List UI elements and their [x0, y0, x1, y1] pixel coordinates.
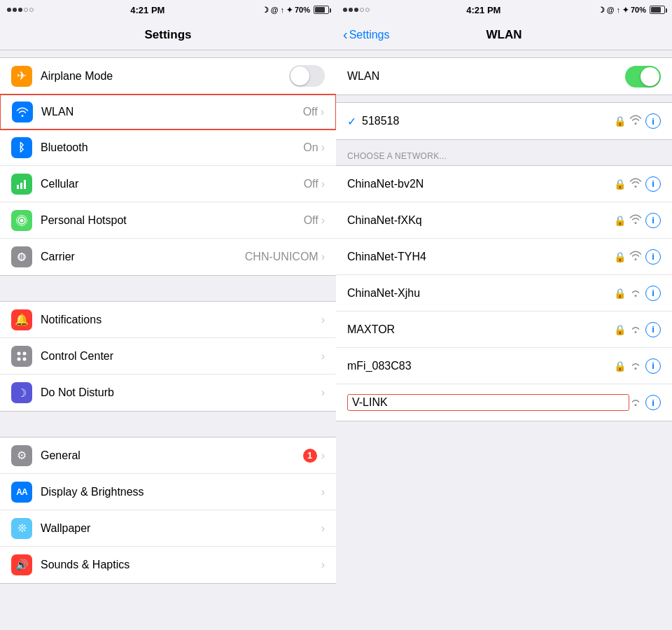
info-icon-connected[interactable]: i: [645, 113, 661, 129]
sounds-row[interactable]: 🔊 Sounds & Haptics ›: [0, 547, 336, 583]
network-row-3[interactable]: ChinaNet-Xjhu 🔒 i: [336, 275, 672, 312]
svg-rect-2: [24, 180, 26, 189]
rdot2: [349, 8, 353, 12]
carrier-row[interactable]: Carrier CHN-UNICOM ›: [0, 239, 336, 275]
lock-icon-2: 🔒: [614, 251, 626, 262]
notifications-label: Notifications: [41, 314, 321, 326]
hotspot-value: Off: [304, 214, 318, 227]
dnd-icon: ☽: [11, 382, 32, 403]
signal-dots-right: [343, 8, 370, 12]
svg-point-11: [18, 357, 21, 360]
network-name-1: ChinaNet-fXKq: [347, 214, 614, 227]
info-icon-5[interactable]: i: [645, 358, 661, 374]
status-time-left: 4:21 PM: [130, 5, 164, 15]
rdot3: [354, 8, 358, 12]
network-row-5[interactable]: mFi_083C83 🔒 i: [336, 348, 672, 384]
location-icon: @: [271, 6, 279, 14]
bluetooth-icon-r: ✦: [622, 6, 629, 15]
svg-point-9: [18, 351, 21, 355]
dot3: [18, 8, 22, 12]
lock-icon-3: 🔒: [614, 288, 626, 299]
wifi-icon-connected: [629, 115, 642, 127]
carrier-value: CHN-UNICOM: [245, 251, 318, 263]
network-name-0: ChinaNet-bv2N: [347, 178, 614, 190]
hotspot-row[interactable]: Personal Hotspot Off ›: [0, 202, 336, 239]
notifications-row[interactable]: 🔔 Notifications ›: [0, 302, 336, 338]
info-icon-6[interactable]: i: [645, 395, 661, 410]
wlan-label: WLAN: [41, 106, 303, 118]
network-name-2: ChinaNet-TYH4: [347, 251, 614, 263]
info-icon-2[interactable]: i: [645, 249, 661, 265]
network-row-6[interactable]: V-LINK i: [336, 384, 672, 421]
settings-list[interactable]: ✈ Airplane Mode WLAN Off › ᛒ: [0, 50, 336, 630]
network-icons-2: 🔒 i: [614, 249, 661, 265]
status-bar-left: 4:21 PM ☽ @ ↑ ✦ 70%: [0, 0, 336, 20]
network-row-1[interactable]: ChinaNet-fXKq 🔒 i: [336, 202, 672, 239]
network-row-0[interactable]: ChinaNet-bv2N 🔒 i: [336, 166, 672, 202]
control-center-icon: [11, 346, 32, 367]
back-chevron-icon: ‹: [343, 27, 348, 41]
moon-icon: ☽: [262, 6, 269, 15]
display-section: ⚙ General 1 › AA Display & Brightness › …: [0, 437, 336, 584]
wlan-scroll[interactable]: WLAN ✓ 518518 🔒: [336, 50, 672, 630]
notifications-chevron: ›: [321, 314, 325, 326]
wlan-nav-bar: ‹ Settings WLAN: [336, 20, 672, 50]
settings-title: Settings: [144, 28, 191, 42]
dnd-row[interactable]: ☽ Do Not Disturb ›: [0, 374, 336, 411]
general-row[interactable]: ⚙ General 1 ›: [0, 438, 336, 474]
airplane-toggle[interactable]: [289, 65, 325, 87]
svg-rect-1: [20, 183, 22, 189]
airplane-label: Airplane Mode: [41, 70, 289, 83]
network-row-2[interactable]: ChinaNet-TYH4 🔒 i: [336, 239, 672, 275]
wifi-icon-4: [629, 323, 642, 336]
display-brightness-row[interactable]: AA Display & Brightness ›: [0, 474, 336, 510]
battery-percent: 70%: [295, 6, 310, 14]
cellular-chevron: ›: [321, 178, 325, 190]
wallpaper-row[interactable]: ❊ Wallpaper ›: [0, 510, 336, 547]
cellular-icon: [11, 174, 32, 195]
svg-point-12: [23, 357, 27, 360]
wifi-icon-2: [629, 251, 642, 263]
network-icons-6: i: [629, 395, 661, 410]
info-icon-3[interactable]: i: [645, 286, 661, 301]
bluetooth-row[interactable]: ᛒ Bluetooth On ›: [0, 130, 336, 166]
rdot5: [365, 8, 370, 12]
control-center-label: Control Center: [41, 350, 321, 363]
connected-network-row[interactable]: ✓ 518518 🔒 i: [336, 103, 672, 139]
info-icon-1[interactable]: i: [645, 213, 661, 228]
connected-network-name: 518518: [362, 115, 614, 127]
wlan-title: WLAN: [486, 28, 522, 42]
signal-dots: [7, 8, 34, 12]
dot5: [29, 8, 34, 12]
wlan-toggle-row[interactable]: WLAN: [336, 58, 672, 94]
wlan-row[interactable]: WLAN Off ›: [0, 94, 336, 130]
connected-network-icons: 🔒 i: [614, 113, 661, 129]
network-icons-5: 🔒 i: [614, 358, 661, 374]
info-icon-4[interactable]: i: [645, 322, 661, 337]
status-icons-left: ☽ @ ↑ ✦ 70%: [262, 6, 329, 15]
info-icon-0[interactable]: i: [645, 176, 661, 192]
carrier-label: Carrier: [41, 251, 245, 263]
control-center-row[interactable]: Control Center ›: [0, 338, 336, 374]
location-icon-r: @: [607, 6, 615, 14]
wlan-main-toggle[interactable]: [625, 66, 661, 88]
back-button[interactable]: ‹ Settings: [343, 28, 389, 41]
checkmark-icon: ✓: [347, 115, 356, 128]
wifi-icon-3: [629, 287, 642, 300]
display-chevron: ›: [321, 486, 325, 498]
network-icons-4: 🔒 i: [614, 322, 661, 337]
connected-network-group: ✓ 518518 🔒 i: [336, 102, 672, 140]
status-icons-right: ☽ @ ↑ ✦ 70%: [598, 6, 665, 15]
wifi-icon-0: [629, 178, 642, 190]
gap2: [0, 412, 336, 437]
wlan-toggle-group: WLAN: [336, 57, 672, 95]
airplane-icon: ✈: [11, 66, 32, 87]
lock-icon-5: 🔒: [614, 360, 626, 372]
network-icons-1: 🔒 i: [614, 213, 661, 228]
wlan-toggle-label: WLAN: [347, 70, 625, 83]
cellular-row[interactable]: Cellular Off ›: [0, 166, 336, 202]
wifi-icon-5: [629, 360, 642, 372]
battery-percent-r: 70%: [631, 6, 646, 14]
airplane-mode-row[interactable]: ✈ Airplane Mode: [0, 58, 336, 94]
network-row-4[interactable]: MAXTOR 🔒 i: [336, 312, 672, 348]
